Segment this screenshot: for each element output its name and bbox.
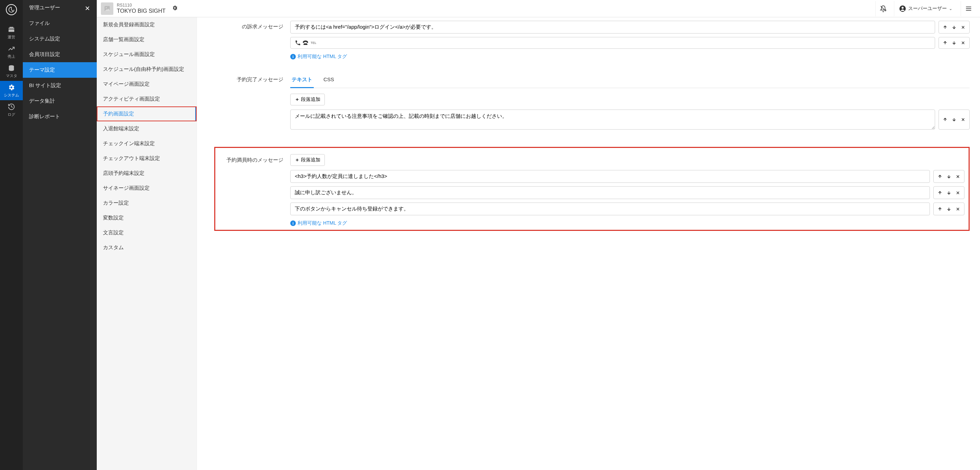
sidebar-item-member-fields[interactable]: 会員項目設定 xyxy=(23,47,97,62)
menu-new-member-registration[interactable]: 新規会員登録画面設定 xyxy=(97,17,197,32)
row-controls xyxy=(939,37,970,49)
move-down-button[interactable] xyxy=(950,116,958,123)
move-down-button[interactable] xyxy=(950,24,958,31)
tab-text[interactable]: テキスト xyxy=(290,73,314,88)
row-controls xyxy=(939,21,970,33)
chevron-down-icon: ⌄ xyxy=(949,6,952,11)
menu-store-reservation-terminal[interactable]: 店頭予約端末設定 xyxy=(97,166,197,181)
full-message-input-3[interactable] xyxy=(290,202,930,215)
app-logo[interactable] xyxy=(6,4,17,15)
sidebar-item-theme-settings[interactable]: テーマ設定 xyxy=(23,62,97,78)
sidebar-item-bi-site[interactable]: BI サイト設定 xyxy=(23,78,97,93)
row-controls xyxy=(939,110,970,130)
move-up-button[interactable] xyxy=(936,205,944,213)
html-tags-help-link[interactable]: i 利用可能な HTML タグ xyxy=(290,220,347,226)
close-sidebar-icon[interactable]: × xyxy=(85,3,90,13)
info-icon: i xyxy=(290,220,296,226)
move-up-button[interactable] xyxy=(936,173,944,180)
add-paragraph-button[interactable]: ＋ 段落追加 xyxy=(290,154,325,166)
sidebar-item-system-settings[interactable]: システム設定 xyxy=(23,31,97,47)
row-controls xyxy=(933,170,964,183)
nav-sales[interactable]: 売上 xyxy=(0,42,23,62)
menu-checkin-terminal[interactable]: チェックイン端末設定 xyxy=(97,136,197,151)
menu-signage[interactable]: サイネージ画面設定 xyxy=(97,181,197,196)
notifications-off-icon[interactable] xyxy=(875,1,891,16)
svg-point-3 xyxy=(106,7,107,8)
full-message-input-1[interactable] xyxy=(290,170,930,183)
site-name: TOKYO BIG SIGHT xyxy=(117,8,165,14)
delete-button[interactable] xyxy=(954,173,962,180)
reservation-full-label: 予約満員時のメッセージ xyxy=(220,154,283,164)
sidebar-item-diagnostic-report[interactable]: 診断レポート xyxy=(23,109,97,124)
nav-log-label: ログ xyxy=(8,112,15,117)
tel-input-row[interactable]: TEL xyxy=(290,37,935,49)
thumbnail-placeholder xyxy=(101,2,113,15)
appeal-message-label: の訴求メッセージ xyxy=(214,21,283,30)
menu-entry-exit-terminal[interactable]: 入退館端末設定 xyxy=(97,121,197,136)
svg-rect-0 xyxy=(10,27,13,28)
reservation-complete-label: 予約完了メッセージ xyxy=(214,73,283,83)
complete-message-input[interactable] xyxy=(290,110,935,130)
move-up-button[interactable] xyxy=(941,116,949,123)
nav-operations[interactable]: 運営 xyxy=(0,23,23,42)
move-down-button[interactable] xyxy=(950,39,958,47)
plus-icon: ＋ xyxy=(295,157,300,163)
tertiary-sidebar: 新規会員登録画面設定 店舗一覧画面設定 スケジュール画面設定 スケジュール(自由… xyxy=(97,0,197,470)
icon-sidebar: 運営 売上 マスタ システム ログ xyxy=(0,0,23,470)
move-down-button[interactable] xyxy=(945,205,953,213)
move-up-button[interactable] xyxy=(941,24,949,31)
sidebar-item-files[interactable]: ファイル xyxy=(23,16,97,31)
delete-button[interactable] xyxy=(959,24,967,31)
plus-icon: ＋ xyxy=(295,96,300,103)
menu-wording[interactable]: 文言設定 xyxy=(97,225,197,240)
site-code: RS1110 xyxy=(117,3,165,8)
hamburger-menu-icon[interactable] xyxy=(961,1,976,16)
info-icon: i xyxy=(290,54,296,59)
appeal-message-input-1[interactable] xyxy=(290,21,935,33)
user-menu[interactable]: スーパーユーザー ⌄ xyxy=(894,1,957,16)
secondary-sidebar: 管理ユーザー ファイル システム設定 会員項目設定 テーマ設定 BI サイト設定… xyxy=(23,0,97,470)
topbar: RS1110 TOKYO BIG SIGHT スーパーユーザー ⌄ xyxy=(97,0,980,17)
move-up-button[interactable] xyxy=(936,189,944,197)
user-label: スーパーユーザー xyxy=(908,6,947,12)
nav-master[interactable]: マスタ xyxy=(0,62,23,81)
nav-log[interactable]: ログ xyxy=(0,100,23,119)
nav-master-label: マスタ xyxy=(6,73,17,78)
nav-system[interactable]: システム xyxy=(0,81,23,100)
gear-icon[interactable] xyxy=(172,5,178,12)
menu-custom[interactable]: カスタム xyxy=(97,240,197,255)
row-controls xyxy=(933,202,964,215)
delete-button[interactable] xyxy=(959,116,967,123)
delete-button[interactable] xyxy=(954,189,962,197)
tabs: テキスト CSS xyxy=(290,73,970,88)
add-paragraph-button[interactable]: ＋ 段落追加 xyxy=(290,94,325,105)
full-message-input-2[interactable] xyxy=(290,186,930,199)
menu-store-list[interactable]: 店舗一覧画面設定 xyxy=(97,32,197,47)
sidebar-item-data-aggregation[interactable]: データ集計 xyxy=(23,93,97,109)
move-up-button[interactable] xyxy=(941,39,949,47)
menu-checkout-terminal[interactable]: チェックアウト端末設定 xyxy=(97,151,197,166)
title-block: RS1110 TOKYO BIG SIGHT xyxy=(117,3,165,14)
menu-color-settings[interactable]: カラー設定 xyxy=(97,196,197,210)
nav-operations-label: 運営 xyxy=(8,35,15,40)
menu-variables[interactable]: 変数設定 xyxy=(97,210,197,225)
delete-button[interactable] xyxy=(954,205,962,213)
highlight-box: 予約満員時のメッセージ ＋ 段落追加 xyxy=(214,147,970,231)
tab-css[interactable]: CSS xyxy=(322,73,336,88)
phone-classic-icon xyxy=(302,40,309,46)
menu-mypage[interactable]: マイページ画面設定 xyxy=(97,77,197,92)
row-controls xyxy=(933,186,964,199)
html-tags-help-link[interactable]: i 利用可能な HTML タグ xyxy=(290,54,347,60)
svg-point-6 xyxy=(902,6,904,9)
nav-sales-label: 売上 xyxy=(8,54,15,59)
main-content: の訴求メッセージ xyxy=(197,0,980,470)
menu-schedule-free-slot[interactable]: スケジュール(自由枠予約)画面設定 xyxy=(97,62,197,77)
move-down-button[interactable] xyxy=(945,173,953,180)
menu-schedule[interactable]: スケジュール画面設定 xyxy=(97,47,197,62)
tel-label: TEL xyxy=(311,41,317,45)
phone-handset-icon xyxy=(295,40,301,46)
menu-activity[interactable]: アクティビティ画面設定 xyxy=(97,92,197,107)
move-down-button[interactable] xyxy=(945,189,953,197)
delete-button[interactable] xyxy=(959,39,967,47)
menu-reservation-screen[interactable]: 予約画面設定 xyxy=(97,107,197,121)
